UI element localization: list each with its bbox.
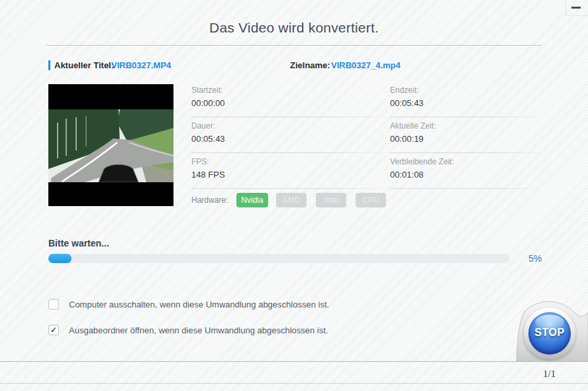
- field-dauer: Dauer: 00:05:43: [191, 121, 387, 153]
- stop-button[interactable]: STOP: [524, 307, 575, 359]
- shutdown-checkbox[interactable]: [48, 299, 59, 309]
- video-preview-frame: [48, 84, 173, 206]
- field-endzeit: Endzeit: 00:05:43: [390, 85, 542, 117]
- minimize-icon: [571, 7, 581, 9]
- current-title-value: VIRB0327.MP4: [111, 60, 171, 70]
- field-aktuelle-zeit: Aktuelle Zeit: 00:00:19: [390, 121, 542, 153]
- progress-bar: [48, 254, 510, 263]
- field-startzeit: Startzeit: 00:00:00: [191, 85, 387, 117]
- open-folder-label: Ausgabeordner öffnen, wenn diese Umwandl…: [69, 325, 328, 335]
- progress-percent: 5%: [528, 253, 542, 264]
- target-name-label: Zielname:: [290, 60, 330, 70]
- bottom-border: [0, 383, 588, 384]
- field-value: 148 FPS: [191, 170, 387, 180]
- converter-window: Das Video wird konvertiert. Aktueller Ti…: [0, 0, 588, 391]
- status-text: Bitte warten...: [48, 238, 109, 249]
- hardware-label: Hardware:: [191, 196, 228, 205]
- field-separator: [390, 188, 542, 189]
- field-value: 00:00:19: [390, 134, 542, 144]
- accent-bar: [48, 60, 50, 70]
- field-label: Aktuelle Zeit:: [390, 121, 542, 131]
- target-name-value: VIRB0327_4.mp4: [331, 60, 401, 70]
- field-label: FPS:: [191, 157, 387, 166]
- hardware-option-nvidia[interactable]: Nvidia: [236, 193, 268, 207]
- progress-fill: [48, 254, 72, 263]
- current-title-label: Aktueller Titel:: [54, 60, 114, 70]
- page-title: Das Video wird konvertiert.: [0, 20, 588, 36]
- stop-button-face: STOP: [528, 312, 571, 355]
- field-separator: [390, 152, 542, 153]
- field-label: Dauer:: [191, 121, 387, 131]
- field-label: Endzeit:: [390, 85, 542, 95]
- open-folder-checkbox[interactable]: ✓: [48, 325, 59, 335]
- field-fps: FPS: 148 FPS: [191, 157, 387, 189]
- field-separator: [191, 117, 387, 117]
- field-verbleibende-zeit: Verbleibende Zeit: 00:01:08: [390, 157, 542, 189]
- field-separator: [191, 152, 387, 153]
- field-value: 00:05:43: [191, 134, 387, 144]
- field-separator: [390, 117, 542, 117]
- shutdown-label: Computer ausschalten, wenn diese Umwandl…: [69, 300, 329, 309]
- page-indicator: 1/1: [543, 368, 556, 380]
- field-separator: [191, 188, 387, 189]
- field-value: 00:01:08: [390, 170, 542, 180]
- field-value: 00:00:00: [191, 98, 387, 108]
- hardware-option-amd[interactable]: AMD: [276, 193, 307, 207]
- file-info-row: Aktueller Titel: VIRB0327.MP4 Zielname: …: [0, 60, 588, 72]
- title-separator: [46, 45, 542, 46]
- video-preview: [48, 84, 173, 206]
- field-value: 00:05:43: [390, 98, 542, 108]
- hardware-option-intel[interactable]: Intel: [316, 193, 346, 207]
- footer-divider: [0, 361, 588, 362]
- stop-button-label: STOP: [528, 327, 571, 339]
- field-label: Verbleibende Zeit:: [390, 157, 542, 166]
- minimize-button[interactable]: [565, 0, 588, 16]
- field-label: Startzeit:: [191, 85, 387, 95]
- hardware-option-cpu[interactable]: CPU: [356, 193, 386, 207]
